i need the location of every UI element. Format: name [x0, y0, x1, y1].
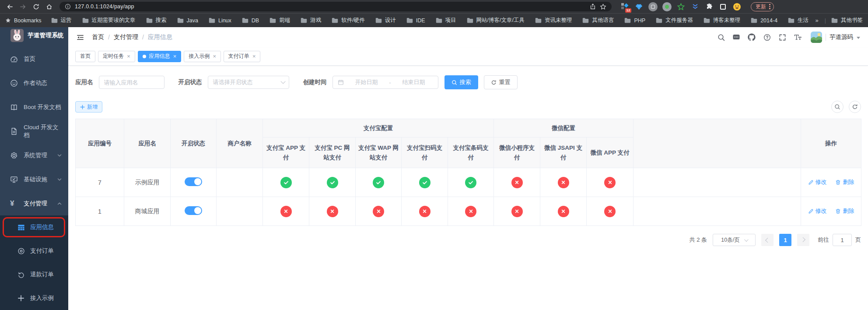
status-select[interactable]: 请选择开启状态 — [208, 76, 289, 89]
extension-scroll-down-icon[interactable] — [690, 2, 700, 11]
sidebar-subitem-pay-order[interactable]: 支付订单 — [0, 239, 68, 263]
trash-icon — [835, 208, 841, 214]
address-bar[interactable]: 127.0.0.1:1024/pay/app — [60, 2, 612, 11]
bookmark-folder[interactable]: 设计 — [375, 17, 396, 24]
date-range-picker[interactable]: 开始日期 - 结束日期 — [332, 76, 438, 89]
close-icon[interactable]: × — [173, 53, 177, 59]
sidebar-subitem-app-info[interactable]: 应用信息 — [0, 215, 68, 239]
bookmark-folder[interactable]: 近期需要读的文章 — [82, 17, 136, 24]
bookmark-folder[interactable]: 搜索 — [146, 17, 167, 24]
extension-command-icon[interactable] — [648, 2, 658, 11]
bookmark-folder[interactable]: 博客未整理 — [704, 17, 741, 24]
delete-link[interactable]: 删除 — [835, 178, 854, 186]
breadcrumb-home[interactable]: 首页 — [92, 33, 104, 41]
sidebar-subitem-integration-demo[interactable]: 接入示例 — [0, 286, 68, 310]
sidebar-item-pay-admin[interactable]: ¥支付管理 — [0, 191, 68, 215]
cell-app-name: 示例应用 — [124, 168, 171, 197]
next-page-button[interactable] — [797, 234, 809, 246]
menu-fold-icon[interactable] — [74, 32, 86, 43]
search-button[interactable]: 搜索 — [444, 75, 478, 89]
bookmark-label: 近期需要读的文章 — [92, 17, 136, 24]
current-page-button[interactable]: 1 — [779, 234, 791, 246]
search-icon[interactable] — [717, 33, 725, 41]
close-icon[interactable]: × — [127, 53, 130, 59]
extension-recorder-icon[interactable] — [662, 2, 672, 11]
user-menu[interactable]: 芋道源码 — [811, 32, 860, 43]
col-header-actions: 操作 — [801, 119, 861, 168]
tab-item-3[interactable]: 接入示例× — [184, 51, 221, 62]
bookmark-folder[interactable]: 网站/博客/文章/工具 — [467, 17, 525, 24]
back-icon[interactable] — [4, 1, 15, 12]
extension-gem-icon[interactable] — [634, 2, 644, 11]
bookmark-folder[interactable]: 游戏 — [301, 17, 321, 24]
table-row: 1商城应用 修改 删除 — [76, 197, 861, 226]
font-size-icon[interactable] — [794, 33, 802, 41]
sidebar-item-author-news[interactable]: 作者动态 — [0, 71, 68, 95]
chrome-update-button[interactable]: 更新 — [751, 2, 774, 11]
site-info-icon[interactable] — [65, 4, 71, 10]
sidebar-item-cloud-docs[interactable]: Cloud 开发文档 — [0, 119, 68, 143]
edit-link[interactable]: 修改 — [808, 178, 827, 186]
close-icon[interactable]: × — [213, 53, 216, 59]
close-icon[interactable]: × — [252, 53, 256, 59]
bookmark-folder[interactable]: 2014-4 — [751, 18, 777, 24]
message-icon[interactable] — [732, 33, 740, 41]
bookmark-folder[interactable]: 生活 — [788, 17, 808, 24]
goto-page-input[interactable] — [833, 234, 852, 246]
bookmark-folder[interactable]: 资讯未整理 — [535, 17, 572, 24]
bookmark-folder[interactable]: Java — [177, 18, 198, 24]
bookmark-folder[interactable]: IDE — [406, 18, 425, 24]
refresh-table-button[interactable] — [849, 101, 861, 113]
help-icon[interactable] — [763, 33, 771, 41]
profile-avatar-icon[interactable] — [732, 2, 742, 11]
extension-wappalyzer-icon[interactable]: 12 — [620, 2, 630, 11]
bookmark-folder[interactable]: DB — [242, 18, 259, 24]
sidebar-item-system-admin[interactable]: 系统管理 — [0, 143, 68, 167]
toggle-search-button[interactable] — [831, 101, 844, 113]
bookmarks-root-folder[interactable]: Bookmarks — [5, 18, 42, 24]
bookmarks-overflow-chevron[interactable]: » — [816, 17, 819, 24]
delete-link[interactable]: 删除 — [835, 207, 854, 215]
tab-item-1[interactable]: 定时任务× — [98, 51, 135, 62]
extension-square-icon[interactable] — [718, 2, 728, 11]
page-size-select[interactable]: 10条/页 — [713, 234, 756, 246]
status-toggle[interactable] — [185, 177, 202, 186]
monitor-icon — [10, 176, 18, 183]
chrome-menu-icon[interactable] — [769, 4, 770, 9]
reset-button[interactable]: 重置 — [484, 75, 518, 89]
other-bookmarks-folder[interactable]: 其他书签 — [831, 17, 863, 24]
fullscreen-icon[interactable] — [778, 33, 786, 41]
bookmark-folder[interactable]: 文件服务器 — [656, 17, 693, 24]
prev-page-button[interactable] — [761, 234, 774, 246]
tab-item-0[interactable]: 首页 — [75, 51, 95, 62]
check-circle-icon — [419, 177, 430, 188]
forward-icon[interactable] — [18, 1, 28, 12]
extension-star-icon[interactable] — [676, 2, 686, 11]
status-toggle[interactable] — [185, 206, 202, 215]
sidebar-subitem-refund-order[interactable]: 退款订单 — [0, 263, 68, 286]
bookmark-folder[interactable]: 前端 — [270, 17, 290, 24]
sidebar-item-infrastructure[interactable]: 基础设施 — [0, 167, 68, 191]
app-logo[interactable]: 芋道管理系统 — [0, 27, 68, 43]
breadcrumb-pay-admin[interactable]: 支付管理 — [114, 33, 138, 41]
bookmark-star-icon[interactable] — [600, 4, 606, 10]
bookmark-folder[interactable]: Linux — [209, 18, 231, 24]
folder-icon — [831, 18, 838, 23]
github-icon[interactable] — [748, 33, 756, 41]
add-button[interactable]: 新增 — [75, 101, 102, 113]
tab-item-2[interactable]: 应用信息× — [138, 51, 182, 62]
app-name-input[interactable] — [99, 76, 164, 89]
bookmark-folder[interactable]: 运营 — [51, 17, 72, 24]
bookmark-folder[interactable]: 软件/硬件 — [332, 17, 364, 24]
home-icon[interactable] — [44, 1, 54, 12]
extensions-puzzle-icon[interactable] — [704, 2, 714, 11]
edit-link[interactable]: 修改 — [808, 207, 827, 215]
tab-item-4[interactable]: 支付订单× — [224, 51, 261, 62]
bookmark-folder[interactable]: PHP — [624, 18, 645, 24]
reload-icon[interactable] — [31, 1, 41, 12]
sidebar-item-boot-docs[interactable]: Boot 开发文档 — [0, 95, 68, 119]
sidebar-item-home[interactable]: 首页 — [0, 47, 68, 71]
share-icon[interactable] — [590, 4, 596, 10]
bookmark-folder[interactable]: 其他语言 — [582, 17, 614, 24]
bookmark-folder[interactable]: 项目 — [436, 17, 456, 24]
